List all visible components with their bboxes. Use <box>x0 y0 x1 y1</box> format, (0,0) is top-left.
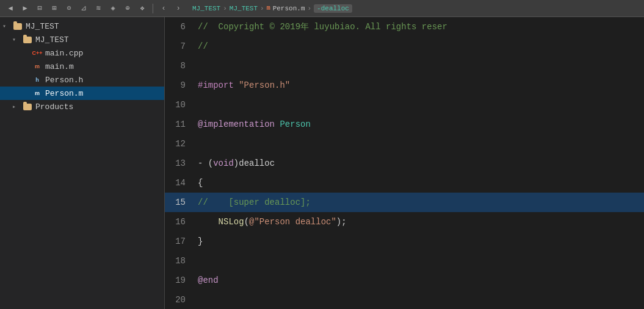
line-content-14: { <box>195 173 644 193</box>
code-line-19: 19 @end <box>165 271 644 290</box>
folder-icon-root <box>12 21 23 32</box>
breadcrumb-method[interactable]: -dealloc <box>314 4 352 13</box>
line-content-11: @implementation Person <box>195 115 644 134</box>
expand-arrow-products: ▸ <box>12 103 22 110</box>
file-icon-cpp: C++ <box>32 48 43 59</box>
toolbar-icon-2[interactable]: ▶ <box>20 3 31 14</box>
breadcrumb-file-icon: m <box>267 5 270 12</box>
line-number-19: 19 <box>165 271 195 290</box>
breadcrumb-folder[interactable]: MJ_TEST <box>230 5 258 12</box>
folder-icon-child <box>22 34 33 45</box>
line-number-16: 16 <box>165 212 195 232</box>
toolbar: ◀ ▶ ⊟ ⊞ ⊙ ⊿ ≋ ◈ ⊕ ❖ ‹ › MJ_TEST › MJ_TES… <box>0 0 644 17</box>
line-content-20 <box>195 290 644 309</box>
file-icon-main-m: m <box>32 61 43 72</box>
code-line-8: 8 <box>165 56 644 76</box>
toolbar-icon-8[interactable]: ◈ <box>107 3 118 14</box>
sidebar-label-main-cpp: main.cpp <box>45 49 83 58</box>
line-number-14: 14 <box>165 173 195 193</box>
file-icon-person-h: h <box>32 74 43 85</box>
toolbar-icon-9[interactable]: ⊕ <box>122 3 133 14</box>
line-number-12: 12 <box>165 134 195 154</box>
line-number-11: 11 <box>165 115 195 134</box>
folder-icon-products <box>22 101 33 112</box>
toolbar-icon-5[interactable]: ⊙ <box>63 3 74 14</box>
line-content-18 <box>195 251 644 271</box>
sidebar-label-person-h: Person.h <box>45 76 83 85</box>
line-content-12 <box>195 134 644 154</box>
code-line-15: 15 // [super dealloc]; <box>165 193 644 212</box>
sidebar-item-main-m[interactable]: ▸ m main.m <box>0 60 164 73</box>
back-button[interactable]: ‹ <box>158 3 169 14</box>
sidebar-item-products[interactable]: ▸ Products <box>0 100 164 113</box>
expand-arrow-child: ▾ <box>12 36 22 43</box>
main-area: ▾ MJ_TEST ▾ MJ_TEST ▸ C++ main.cpp ▸ <box>0 17 644 309</box>
forward-button[interactable]: › <box>173 3 184 14</box>
line-content-7: // <box>195 37 644 56</box>
line-number-10: 10 <box>165 95 195 115</box>
line-content-10 <box>195 95 644 115</box>
sidebar-item-person-h[interactable]: ▸ h Person.h <box>0 73 164 87</box>
line-number-13: 13 <box>165 154 195 173</box>
line-content-15: // [super dealloc]; <box>195 193 644 212</box>
code-line-10: 10 <box>165 95 644 115</box>
code-line-17: 17 } <box>165 232 644 251</box>
toolbar-icon-1[interactable]: ◀ <box>5 3 16 14</box>
line-content-6: // Copyright © 2019年 luyubiao. All right… <box>195 17 644 37</box>
line-content-8 <box>195 56 644 76</box>
line-number-7: 7 <box>165 37 195 56</box>
line-content-19: @end <box>195 271 644 290</box>
breadcrumb: MJ_TEST › MJ_TEST › m Person.m › -deallo… <box>192 4 352 13</box>
code-line-16: 16 NSLog(@"Person dealloc"); <box>165 212 644 232</box>
code-line-13: 13 - (void)dealloc <box>165 154 644 173</box>
code-line-12: 12 <box>165 134 644 154</box>
line-content-16: NSLog(@"Person dealloc"); <box>195 212 644 232</box>
sidebar-label-child: MJ_TEST <box>35 35 69 44</box>
file-icon-person-m: m <box>32 88 43 99</box>
toolbar-icon-7[interactable]: ≋ <box>93 3 104 14</box>
breadcrumb-file[interactable]: Person.m <box>273 5 305 12</box>
sidebar: ▾ MJ_TEST ▾ MJ_TEST ▸ C++ main.cpp ▸ <box>0 17 165 309</box>
line-number-17: 17 <box>165 232 195 251</box>
sidebar-item-main-cpp[interactable]: ▸ C++ main.cpp <box>0 46 164 60</box>
sidebar-label-main-m: main.m <box>45 62 74 71</box>
code-line-14: 14 { <box>165 173 644 193</box>
breadcrumb-project[interactable]: MJ_TEST <box>192 5 220 12</box>
code-line-20: 20 <box>165 290 644 309</box>
line-number-18: 18 <box>165 251 195 271</box>
breadcrumb-sep-3: › <box>307 5 311 12</box>
code-editor[interactable]: 6 // Copyright © 2019年 luyubiao. All rig… <box>165 17 644 309</box>
toolbar-icon-4[interactable]: ⊞ <box>49 3 60 14</box>
code-line-11: 11 @implementation Person <box>165 115 644 134</box>
sidebar-label-person-m: Person.m <box>45 89 83 98</box>
line-number-9: 9 <box>165 76 195 95</box>
line-number-8: 8 <box>165 56 195 76</box>
toolbar-icon-6[interactable]: ⊿ <box>78 3 89 14</box>
line-number-6: 6 <box>165 17 195 37</box>
toolbar-icon-3[interactable]: ⊟ <box>34 3 45 14</box>
line-number-15: 15 <box>165 193 195 212</box>
line-number-20: 20 <box>165 290 195 309</box>
toolbar-separator-1 <box>153 4 153 13</box>
breadcrumb-sep-2: › <box>260 5 264 12</box>
code-line-18: 18 <box>165 251 644 271</box>
sidebar-item-mj-test-root[interactable]: ▾ MJ_TEST <box>0 20 164 33</box>
sidebar-item-mj-test-child[interactable]: ▾ MJ_TEST <box>0 33 164 46</box>
code-line-6: 6 // Copyright © 2019年 luyubiao. All rig… <box>165 17 644 37</box>
sidebar-item-person-m[interactable]: ▸ m Person.m <box>0 87 164 100</box>
sidebar-label-products: Products <box>35 102 73 112</box>
line-content-17: } <box>195 232 644 251</box>
code-line-7: 7 // <box>165 37 644 56</box>
expand-arrow-root: ▾ <box>2 23 12 30</box>
code-content: 6 // Copyright © 2019年 luyubiao. All rig… <box>165 17 644 309</box>
breadcrumb-sep-1: › <box>223 5 227 12</box>
sidebar-label-root: MJ_TEST <box>26 22 59 31</box>
line-content-9: #import "Person.h" <box>195 76 644 95</box>
code-line-9: 9 #import "Person.h" <box>165 76 644 95</box>
toolbar-icon-10[interactable]: ❖ <box>137 3 148 14</box>
line-content-13: - (void)dealloc <box>195 154 644 173</box>
